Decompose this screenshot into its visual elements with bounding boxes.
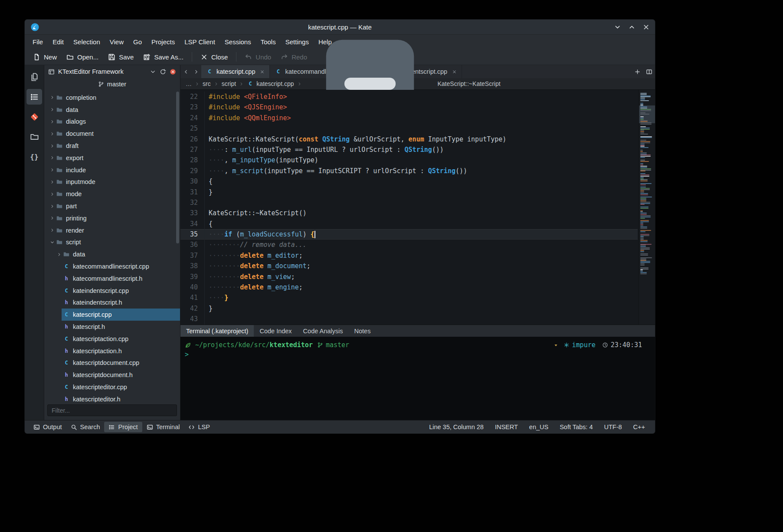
chevron-right-icon[interactable] [56, 252, 63, 257]
chevron-right-icon[interactable] [49, 131, 56, 136]
menu-tools[interactable]: Tools [256, 36, 281, 48]
tree-item-completion[interactable]: completion [44, 92, 180, 104]
tree-item-katescript-h[interactable]: hkatescript.h [44, 321, 180, 333]
code-line-38[interactable]: 38········delete m_document; [180, 261, 638, 271]
split-view-button[interactable] [643, 65, 655, 78]
code-line-41[interactable]: 41····} [180, 292, 638, 303]
menu-go[interactable]: Go [128, 36, 147, 48]
tree-item-katescriptdocument-cpp[interactable]: Ckatescriptdocument.cpp [44, 357, 180, 369]
menu-sessions[interactable]: Sessions [220, 36, 256, 48]
breadcrumb-script[interactable]: script [222, 80, 236, 87]
tree-item-kateindentscript-h[interactable]: hkateindentscript.h [44, 297, 180, 309]
code-line-37[interactable]: 37········delete m_editor; [180, 250, 638, 261]
tree-item-script[interactable]: script [44, 236, 180, 249]
minimap[interactable] [639, 90, 655, 325]
tree-item-katescriptdocument-h[interactable]: hkatescriptdocument.h [44, 369, 180, 381]
sidebar-tool-git[interactable] [26, 109, 42, 125]
bottom-tab-terminal-kateproject[interactable]: Terminal (.kateproject) [180, 325, 254, 337]
filter-input[interactable] [47, 404, 177, 416]
status-soft-tabs-4[interactable]: Soft Tabs: 4 [554, 424, 598, 430]
terminal-input-line[interactable]: > [185, 350, 651, 359]
maximize-button[interactable] [628, 23, 636, 31]
code-line-34[interactable]: 34{ [180, 219, 638, 229]
sidebar-tool-documents[interactable] [26, 69, 42, 85]
bottom-tab-notes[interactable]: Notes [349, 325, 377, 337]
status-insert[interactable]: INSERT [489, 424, 524, 430]
chevron-right-icon[interactable] [49, 107, 56, 112]
menu-selection[interactable]: Selection [69, 36, 105, 48]
new-button[interactable]: New [29, 51, 61, 63]
branch-selector[interactable]: master [44, 78, 180, 90]
bottom-tab-code-analysis[interactable]: Code Analysis [298, 325, 349, 337]
code-line-28[interactable]: 28····, m_inputType(inputType) [180, 155, 638, 165]
statusbar-toggle-lsp[interactable]: LSP [184, 422, 214, 432]
code-line-33[interactable]: 33KateScript::~KateScript() [180, 208, 638, 218]
menu-file[interactable]: File [28, 36, 48, 48]
statusbar-toggle-project[interactable]: Project [104, 422, 142, 432]
status-utf-8[interactable]: UTF-8 [598, 424, 627, 430]
tree-item-document[interactable]: document [44, 128, 180, 140]
save-button[interactable]: Save [104, 51, 138, 63]
chevron-down-icon[interactable] [49, 240, 56, 245]
tree-item-katescriptaction-h[interactable]: hkatescriptaction.h [44, 345, 180, 357]
chevron-right-icon[interactable] [49, 144, 56, 148]
chevron-right-icon[interactable] [49, 216, 56, 220]
chevron-right-icon[interactable] [49, 192, 56, 197]
tree-item-katescriptaction-cpp[interactable]: Ckatescriptaction.cpp [44, 333, 180, 345]
sidebar-tool-project-symbols[interactable] [26, 89, 42, 105]
chevron-right-icon[interactable] [49, 95, 56, 100]
tree-item-katecommandlinescript-h[interactable]: hkatecommandlinescript.h [44, 273, 180, 285]
sidebar-tool-lsp-symbols[interactable]: {} [26, 149, 42, 164]
tree-scrollbar[interactable] [176, 92, 179, 243]
close-button[interactable]: Close [196, 51, 232, 63]
tree-item-printing[interactable]: printing [44, 212, 180, 224]
code-line-29[interactable]: 29····, m_script(inputType == InputSCRIP… [180, 166, 638, 176]
menu-view[interactable]: View [105, 36, 128, 48]
code-line-24[interactable]: 24#include <QQmlEngine> [180, 113, 638, 123]
statusbar-toggle-search[interactable]: Search [66, 422, 105, 432]
code-line-22[interactable]: 22#include <QFileInfo> [180, 92, 638, 102]
tree-item-export[interactable]: export [44, 152, 180, 164]
status-line-35-column-28[interactable]: Line 35, Column 28 [423, 424, 489, 430]
tree-item-katescripteditor-cpp[interactable]: Ckatescripteditor.cpp [44, 381, 180, 393]
chevron-right-icon[interactable] [49, 228, 56, 233]
code-line-42[interactable]: 42} [180, 303, 638, 314]
code-line-30[interactable]: 30{ [180, 176, 638, 187]
code-line-43[interactable]: 43 [180, 314, 638, 324]
tab-forward-button[interactable] [191, 65, 201, 78]
bottom-tab-code-index[interactable]: Code Index [254, 325, 297, 337]
code-line-23[interactable]: 23#include <QJSEngine> [180, 102, 638, 112]
chevron-right-icon[interactable] [49, 155, 56, 160]
code-line-32[interactable]: 32 [180, 197, 638, 208]
tree-item-data[interactable]: data [44, 248, 180, 260]
code-line-25[interactable]: 25 [180, 123, 638, 134]
code-line-36[interactable]: 36········// remove data... [180, 240, 638, 250]
terminal[interactable]: ~/projects/kde/src/ktexteditor master im… [180, 337, 655, 420]
code-line-39[interactable]: 39········delete m_view; [180, 272, 638, 282]
tab-back-button[interactable] [180, 65, 191, 78]
quick-open-button[interactable] [632, 65, 643, 78]
code-line-27[interactable]: 27····: m_url(inputType == InputURL ? ur… [180, 144, 638, 155]
code-line-26[interactable]: 26KateScript::KateScript(const QString &… [180, 134, 638, 144]
status-en-us[interactable]: en_US [524, 424, 554, 430]
menu-lsp-client[interactable]: LSP Client [180, 36, 220, 48]
titlebar[interactable]: katescript.cpp — Kate [25, 20, 655, 35]
chevron-right-icon[interactable] [49, 180, 56, 184]
save-as-button[interactable]: Save As... [139, 51, 188, 63]
statusbar-toggle-output[interactable]: Output [29, 422, 66, 432]
menu-projects[interactable]: Projects [147, 36, 180, 48]
code-line-40[interactable]: 40········delete m_engine; [180, 282, 638, 292]
tree-item-dialogs[interactable]: dialogs [44, 116, 180, 128]
tree-item-katecommandlinescript-cpp[interactable]: Ckatecommandlinescript.cpp [44, 260, 180, 273]
tree-item-data[interactable]: data [44, 104, 180, 116]
undo-button[interactable]: Undo [240, 51, 275, 63]
tree-item-katescripteditor-h[interactable]: hkatescripteditor.h [44, 393, 180, 402]
chevron-right-icon[interactable] [49, 167, 56, 172]
chevron-down-icon[interactable] [150, 69, 156, 75]
code-line-35[interactable]: 35····if (m_loadSuccessful) { [180, 229, 638, 240]
chevron-right-icon[interactable] [49, 119, 56, 124]
code-line-31[interactable]: 31} [180, 187, 638, 197]
tree-item-render[interactable]: render [44, 224, 180, 236]
status-c[interactable]: C++ [628, 424, 651, 430]
tree-item-part[interactable]: part [44, 200, 180, 212]
